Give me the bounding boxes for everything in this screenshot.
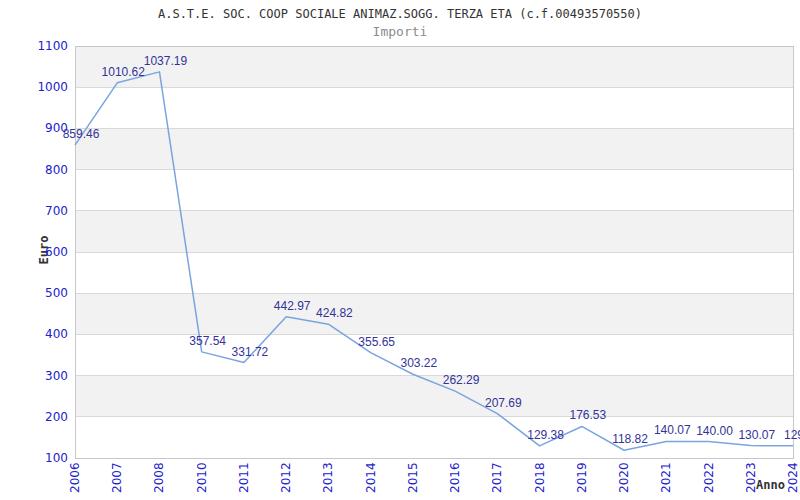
point-label: 207.69 [485,396,522,410]
y-tick-label: 600 [45,245,68,259]
x-tick-label: 2010 [195,462,209,493]
x-tick-label: 2014 [364,462,378,493]
line-chart: A.S.T.E. SOC. COOP SOCIALE ANIMAZ.SOGG. … [0,0,800,500]
y-tick-label: 500 [45,286,68,300]
y-tick-label: 200 [45,410,68,424]
x-tick-label: 2023 [744,462,758,493]
x-tick-label: 2020 [617,462,631,493]
x-tick-label: 2019 [575,462,589,493]
x-tick-label: 2011 [237,462,251,493]
y-tick-label: 800 [45,163,68,177]
y-tick-label: 900 [45,121,68,135]
point-label: 129.8 [784,428,800,442]
x-tick-label: 2021 [659,462,673,493]
point-label: 176.53 [569,408,606,422]
point-label: 130.07 [738,428,775,442]
point-label: 129.38 [527,428,564,442]
y-tick-label: 400 [45,327,68,341]
x-tick-label: 2017 [490,462,504,493]
point-label: 140.07 [654,423,691,437]
y-tick-label: 300 [45,369,68,383]
y-tick-label: 1000 [37,80,68,94]
point-label: 357.54 [189,334,226,348]
y-tick-label: 100 [45,451,68,465]
x-tick-label: 2022 [702,462,716,493]
point-label: 262.29 [443,373,480,387]
plot-area: 859.461010.621037.19357.54331.72442.9742… [0,0,800,500]
point-label: 140.00 [696,424,733,438]
x-tick-label: 2008 [152,462,166,493]
x-tick-label: 2007 [110,462,124,493]
x-tick-label: 2018 [533,462,547,493]
grid-band [75,376,793,417]
grid-band [75,211,793,252]
point-label: 424.82 [316,306,353,320]
point-label: 303.22 [401,356,438,370]
x-tick-label: 2015 [406,462,420,493]
point-label: 859.46 [63,127,100,141]
point-label: 442.97 [274,299,311,313]
x-tick-label: 2012 [279,462,293,493]
y-tick-label: 1100 [37,39,68,53]
x-tick-label: 2006 [68,462,82,493]
point-label: 1037.19 [144,54,188,68]
grid-band [75,293,793,334]
x-tick-label: 2024 [786,462,800,493]
x-tick-label: 2016 [448,462,462,493]
grid-band [75,128,793,169]
point-label: 355.65 [358,335,395,349]
x-tick-label: 2013 [321,462,335,493]
point-label: 118.82 [612,432,648,446]
y-tick-label: 700 [45,204,68,218]
point-label: 331.72 [232,345,269,359]
point-label: 1010.62 [102,65,146,79]
